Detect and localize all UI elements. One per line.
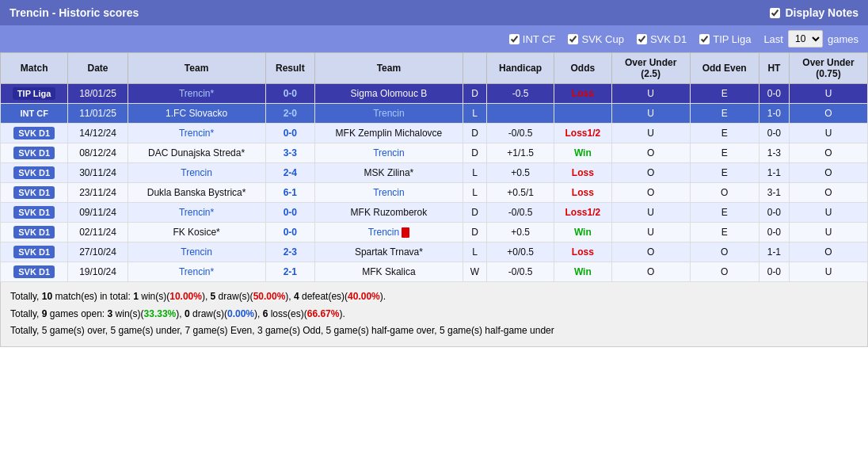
- table-row: SVK D108/12/24DAC Dunajska Streda*3-3Tre…: [1, 143, 868, 163]
- odds-result: Loss: [554, 183, 611, 203]
- over-under-value: O: [611, 183, 690, 203]
- league-badge: TIP Liga: [13, 87, 56, 100]
- match-result[interactable]: 0-0: [265, 124, 315, 143]
- ht-score: 1-1: [759, 163, 789, 183]
- display-notes-label: Display Notes: [785, 6, 858, 19]
- col-handicap: Handicap: [487, 53, 554, 84]
- filter-svkd1-checkbox[interactable]: [637, 34, 647, 44]
- ht-score: 1-1: [759, 242, 789, 262]
- s5: defeat(es)(: [299, 291, 348, 302]
- last-games-select[interactable]: 10 5 15 20: [788, 30, 823, 48]
- match-result[interactable]: 2-4: [265, 163, 315, 183]
- odds-result: Win: [554, 223, 611, 242]
- match-result[interactable]: 3-3: [265, 143, 315, 163]
- match-result[interactable]: 2-3: [265, 242, 315, 262]
- odds-result: Win: [554, 143, 611, 163]
- over-under-value: U: [611, 203, 690, 223]
- match-badge-cell: SVK D1: [1, 124, 68, 143]
- team1-name: 1.FC Slovacko: [128, 104, 265, 124]
- team2-name: Sigma Olomouc B: [315, 84, 463, 104]
- handicap-value: -0/0.5: [487, 262, 554, 282]
- ht-over-under: O: [790, 242, 868, 262]
- handicap-value: +0.5: [487, 223, 554, 242]
- ht-score: 0-0: [759, 262, 789, 282]
- match-date: 30/11/24: [68, 163, 128, 183]
- filter-tipliga-checkbox[interactable]: [699, 34, 710, 44]
- dw-indicator: L: [463, 163, 487, 183]
- s3: draw(s)(: [215, 291, 253, 302]
- table-row: INT CF11/01/251.FC Slovacko2-0TrencinLUE…: [1, 104, 868, 124]
- summary-line3-text: Totally, 5 game(s) over, 5 game(s) under…: [10, 325, 554, 336]
- display-notes-checkbox[interactable]: [770, 8, 780, 18]
- league-badge: SVK D1: [13, 127, 55, 139]
- match-badge-cell: SVK D1: [1, 242, 68, 262]
- handicap-value: [487, 104, 554, 124]
- page-title: Trencin - Historic scores: [10, 6, 139, 19]
- odds-result: Loss: [554, 242, 611, 262]
- ht-over-under: U: [790, 84, 868, 104]
- over-under-value: O: [611, 143, 690, 163]
- over-under-value: O: [611, 242, 690, 262]
- odds-result: Loss: [554, 84, 611, 104]
- dw-indicator: D: [463, 223, 487, 242]
- summary-defeats-pct: 40.00%: [348, 291, 380, 302]
- team1-name: Trencin: [128, 163, 265, 183]
- filter-intcf[interactable]: INT CF: [509, 33, 556, 45]
- match-result[interactable]: 6-1: [265, 183, 315, 203]
- ht-score: 1-0: [759, 104, 789, 124]
- dw-indicator: D: [463, 84, 487, 104]
- summary-mid-1: match(es) in total:: [52, 291, 133, 302]
- odd-even-value: E: [690, 143, 759, 163]
- display-notes-container: Display Notes: [770, 6, 858, 19]
- ht-over-under: O: [790, 143, 868, 163]
- team1-name: FK Kosice*: [128, 223, 265, 242]
- filter-svkd1[interactable]: SVK D1: [637, 33, 687, 45]
- match-result[interactable]: 2-1: [265, 262, 315, 282]
- handicap-value: +0.5: [487, 163, 554, 183]
- over-under-value: O: [611, 163, 690, 183]
- dw-indicator: D: [463, 143, 487, 163]
- dw-indicator: D: [463, 203, 487, 223]
- match-badge-cell: SVK D1: [1, 163, 68, 183]
- league-badge: SVK D1: [13, 265, 55, 278]
- filter-svkd1-label: SVK D1: [650, 33, 687, 45]
- historic-scores-table: Match Date Team Result Team Handicap Odd…: [0, 52, 868, 282]
- filter-svkcup-checkbox[interactable]: [568, 34, 578, 44]
- odd-even-value: O: [690, 183, 759, 203]
- handicap-value: -0/0.5: [487, 203, 554, 223]
- s6: ).: [380, 291, 386, 302]
- summary-wins-count: 1: [133, 291, 139, 302]
- filter-intcf-checkbox[interactable]: [509, 34, 520, 44]
- summary-mid-2: games open:: [47, 308, 107, 319]
- filter-svkcup[interactable]: SVK Cup: [568, 33, 623, 45]
- odd-even-value: E: [690, 223, 759, 242]
- over-under-value: U: [611, 124, 690, 143]
- team1-name: DAC Dunajska Streda*: [128, 143, 265, 163]
- ht-score: 3-1: [759, 183, 789, 203]
- col-team1: Team: [128, 53, 265, 84]
- s10: ),: [254, 308, 263, 319]
- filter-tipliga[interactable]: TIP Liga: [699, 33, 751, 45]
- ht-score: 0-0: [759, 124, 789, 143]
- match-badge-cell: TIP Liga: [1, 84, 68, 104]
- filter-tipliga-label: TIP Liga: [713, 33, 751, 45]
- ht-over-under: O: [790, 163, 868, 183]
- match-badge-cell: SVK D1: [1, 262, 68, 282]
- s8: ),: [176, 308, 185, 319]
- match-result[interactable]: 2-0: [265, 104, 315, 124]
- match-date: 14/12/24: [68, 124, 128, 143]
- last-label: Last: [763, 33, 783, 45]
- match-result[interactable]: 0-0: [265, 203, 315, 223]
- dw-indicator: L: [463, 242, 487, 262]
- summary-draws-pct: 50.00%: [253, 291, 286, 302]
- odd-even-value: E: [690, 203, 759, 223]
- col-team2: Team: [315, 53, 463, 84]
- s9: draw(s)(: [190, 308, 227, 319]
- table-row: SVK D119/10/24Trencin*2-1MFK SkalicaW-0/…: [1, 262, 868, 282]
- match-result[interactable]: 0-0: [265, 223, 315, 242]
- match-date: 02/11/24: [68, 223, 128, 242]
- team1-name: Dukla Banska Bystrica*: [128, 183, 265, 203]
- team2-name: Trencin: [315, 104, 463, 124]
- team2-name: MFK Skalica: [315, 262, 463, 282]
- match-result[interactable]: 0-0: [265, 84, 315, 104]
